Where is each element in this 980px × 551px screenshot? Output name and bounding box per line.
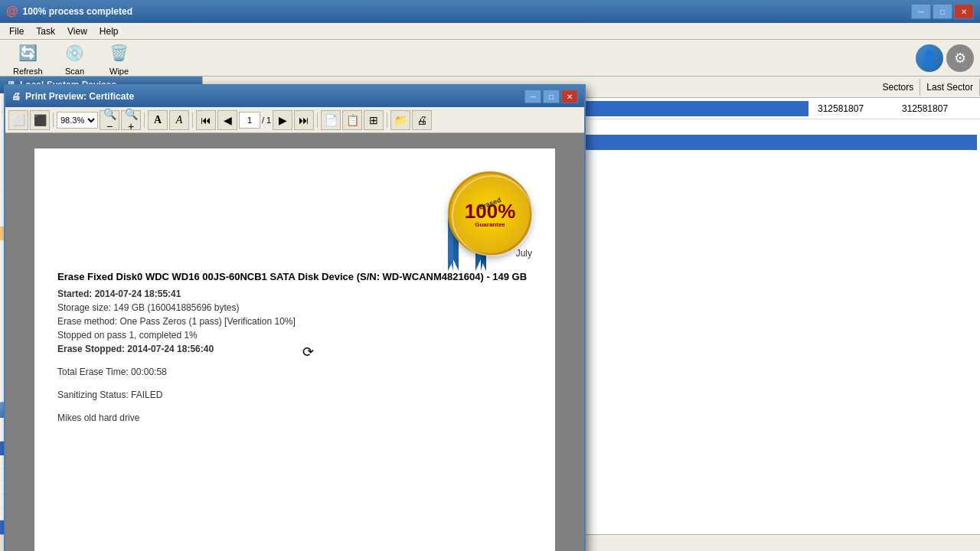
settings-icon[interactable]: ⚙ — [946, 44, 974, 72]
badge-diagonal — [452, 175, 533, 256]
cert-note-section: Mikes old hard drive — [57, 412, 532, 423]
two-page-btn[interactable]: 📋 — [342, 110, 362, 130]
export-btn[interactable]: 📁 — [390, 110, 410, 130]
zoom-select[interactable]: 98.3% 50% 75% 100% 150% — [57, 112, 98, 129]
toolbar-sep-5 — [387, 112, 387, 128]
print-preview-dialog: 🖨 Print Preview: Certificate ─ □ ✕ ⬜ ⬛ 9… — [4, 84, 586, 551]
dialog-maximize-btn[interactable]: □ — [543, 90, 560, 103]
maximize-button[interactable]: □ — [933, 4, 952, 19]
four-page-btn[interactable]: ⊞ — [364, 110, 384, 130]
fit-page-btn[interactable]: ⬛ — [30, 110, 50, 130]
dialog-content: Erased 100% Guarantee July Erase Fixed D… — [5, 133, 584, 551]
nav-prev-btn[interactable]: ◀ — [217, 110, 237, 130]
nav-last-btn[interactable]: ⏭ — [294, 110, 314, 130]
col-header-last-sector: Last Sector — [920, 79, 980, 96]
print-btn[interactable]: 🖨 — [412, 110, 432, 130]
user-icon: 👤 — [916, 44, 943, 72]
badge-circle: Erased 100% Guarantee — [448, 171, 532, 256]
cert-sanitizing: Sanitizing Status: FAILED — [57, 390, 532, 400]
font-normal-btn[interactable]: A — [148, 110, 168, 130]
dialog-toolbar: ⬜ ⬛ 98.3% 50% 75% 100% 150% 🔍− 🔍+ A A ⏮ … — [5, 107, 584, 133]
window-title: 100% process completed — [23, 6, 132, 17]
cert-title: Erase Fixed Disk0 WDC WD16 00JS-60NCB1 S… — [57, 271, 532, 282]
nav-next-btn[interactable]: ▶ — [273, 110, 292, 130]
cert-note: Mikes old hard drive — [57, 412, 532, 423]
cert-started: Started: 2014-07-24 18:55:41 — [57, 289, 532, 299]
wipe-button[interactable]: 🗑️ Wipe — [100, 37, 139, 80]
dialog-minimize-btn[interactable]: ─ — [524, 90, 541, 103]
cert-method: Erase method: One Pass Zeros (1 pass) [V… — [57, 316, 532, 327]
main-area: 🖥 Local System Devices − HD Fixed Disk0 … — [0, 77, 980, 534]
scan-icon: 💿 — [63, 41, 87, 65]
menu-bar: File Task View Help — [0, 23, 980, 40]
cert-status-section: Sanitizing Status: FAILED — [57, 390, 532, 400]
cert-stopped-on: Stopped on pass 1, completed 1% — [57, 330, 532, 341]
cert-storage: Storage size: 149 GB (160041885696 bytes… — [57, 302, 532, 313]
toolbar-sep-1 — [53, 112, 54, 128]
cursor-indicator: ⟳ — [302, 344, 314, 360]
cert-month: July — [516, 248, 532, 259]
toolbar-sep-4 — [317, 112, 318, 128]
close-button[interactable]: ✕ — [954, 4, 974, 19]
cert-time-section: Total Erase Time: 00:00:58 — [57, 367, 532, 377]
dialog-title-left: 🖨 Print Preview: Certificate — [11, 91, 134, 102]
scan-label: Scan — [65, 67, 84, 76]
toolbar: 🔄 Refresh 💿 Scan 🗑️ Wipe 👤 ⚙ — [0, 40, 980, 77]
refresh-button[interactable]: 🔄 Refresh — [6, 37, 50, 80]
title-bar-left: @ 100% process completed — [6, 5, 132, 18]
dialog-title-bar: 🖨 Print Preview: Certificate ─ □ ✕ — [5, 86, 584, 107]
single-page-btn[interactable]: 📄 — [321, 110, 341, 130]
title-bar-controls: ─ □ ✕ — [911, 4, 974, 19]
wipe-label: Wipe — [109, 67, 129, 76]
scan-button[interactable]: 💿 Scan — [56, 37, 94, 80]
page-separator: / 1 — [262, 116, 271, 125]
page-input[interactable] — [239, 112, 260, 129]
dialog-controls: ─ □ ✕ — [524, 90, 578, 103]
fit-width-btn[interactable]: ⬜ — [8, 110, 28, 130]
font-italic-btn[interactable]: A — [169, 110, 189, 130]
refresh-icon: 🔄 — [15, 41, 40, 65]
print-scroll-area[interactable]: Erased 100% Guarantee July Erase Fixed D… — [5, 133, 584, 551]
disk-last-sector-value: 312581807 — [896, 103, 980, 114]
title-bar: @ 100% process completed ─ □ ✕ — [0, 0, 980, 23]
nav-first-btn[interactable]: ⏮ — [196, 110, 216, 130]
cert-total-time: Total Erase Time: 00:00:58 — [57, 367, 532, 377]
toolbar-sep-3 — [192, 112, 193, 128]
dialog-title-text: Print Preview: Certificate — [25, 91, 134, 102]
zoom-out-btn[interactable]: 🔍− — [100, 110, 119, 130]
dialog-close-btn[interactable]: ✕ — [561, 90, 578, 103]
wipe-icon: 🗑️ — [107, 41, 132, 65]
disk-sectors-value: 312581807 — [812, 103, 896, 114]
col-header-sectors: Sectors — [877, 79, 921, 96]
dialog-icon: 🖨 — [11, 91, 21, 102]
cert-erase-stopped: Erase Stopped: 2014-07-24 18:56:40 — [57, 344, 532, 354]
app-icon: @ — [6, 5, 18, 18]
refresh-label: Refresh — [13, 67, 43, 76]
zoom-in-btn[interactable]: 🔍+ — [121, 110, 141, 130]
toolbar-sep-2 — [144, 112, 145, 128]
minimize-button[interactable]: ─ — [911, 4, 931, 19]
print-page: Erased 100% Guarantee July Erase Fixed D… — [34, 148, 555, 551]
